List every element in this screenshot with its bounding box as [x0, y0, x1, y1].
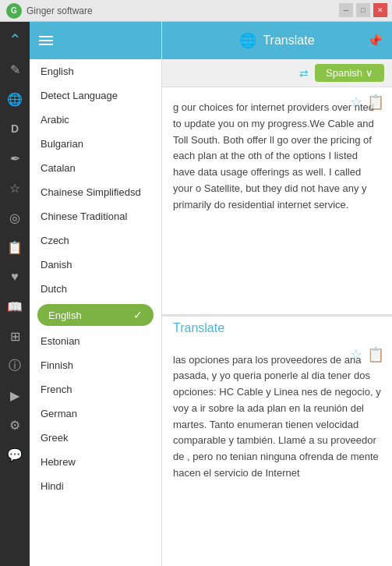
lang-item-french[interactable]: French	[30, 377, 161, 402]
edit-icon[interactable]: ✎	[0, 55, 30, 84]
sidebar: ⌃ ✎ 🌐 D ✒ ☆ ◎ 📋 ♥ 📖 ⊞ ⓘ ▶ ⚙ 💬	[0, 22, 30, 566]
lang-item-hebrew[interactable]: Hebrew	[30, 450, 161, 474]
translate-section-label: Translate	[173, 321, 224, 334]
dropdown-arrow-icon: ∨	[366, 67, 373, 79]
lang-item-catalan[interactable]: Catalan	[30, 156, 161, 180]
lang-item-chinese-traditional[interactable]: Chinese Traditional	[30, 204, 161, 228]
minimize-button[interactable]: ─	[339, 3, 353, 17]
source-star-icon[interactable]: ☆	[350, 94, 362, 111]
translated-star-icon[interactable]: ☆	[350, 346, 362, 363]
translated-copy-icon[interactable]: 📋	[367, 346, 384, 363]
lang-item-arabic[interactable]: Arabic	[30, 108, 161, 132]
close-button[interactable]: ✕	[373, 3, 387, 17]
lang-item-english-selected[interactable]: English	[37, 304, 154, 326]
app-name: Ginger software	[26, 5, 93, 16]
source-panel-actions: ☆ 📋	[350, 94, 384, 111]
app-logo: G	[6, 3, 22, 19]
lang-item-danish[interactable]: Danish	[30, 253, 161, 277]
pen-icon[interactable]: ✒	[0, 143, 30, 173]
star-icon[interactable]: ☆	[0, 173, 30, 203]
heart-icon[interactable]: ♥	[0, 262, 30, 292]
lang-item-chainese-simplified[interactable]: Chainese Simplifiedsd	[30, 180, 161, 204]
translated-text-content: las opciones para los proveedores de ana…	[173, 352, 381, 482]
hamburger-menu[interactable]	[39, 36, 53, 45]
arrow-up-icon[interactable]: ⌃	[0, 25, 30, 55]
eraser-icon[interactable]: ◎	[0, 203, 30, 232]
title-bar: G Ginger software ─ □ ✕	[0, 0, 392, 22]
maximize-button[interactable]: □	[356, 3, 370, 17]
language-dropdown-panel: English Detect Language Arabic Bulgarian…	[30, 22, 162, 566]
target-language-button[interactable]: Spanish ∨	[315, 64, 384, 82]
translate-label-section: Translate	[162, 315, 392, 340]
lang-item-hindi[interactable]: Hindi	[30, 474, 161, 498]
pin-icon[interactable]: 📌	[367, 34, 383, 48]
app-body: ⌃ ✎ 🌐 D ✒ ☆ ◎ 📋 ♥ 📖 ⊞ ⓘ ▶ ⚙ 💬 English De…	[0, 22, 392, 566]
document-icon[interactable]: D	[0, 114, 30, 143]
globe-header-icon: 🌐	[239, 32, 256, 49]
translate-header-label: Translate	[263, 34, 314, 48]
lang-item-german[interactable]: German	[30, 402, 161, 426]
swap-languages-icon[interactable]: ⇄	[299, 67, 309, 80]
window-controls[interactable]: ─ □ ✕	[339, 3, 387, 17]
lang-item-bulgarian[interactable]: Bulgarian	[30, 132, 161, 156]
translated-text-panel: ☆ 📋 las opciones para los proveedores de…	[162, 340, 392, 567]
grid-icon[interactable]: ⊞	[0, 321, 30, 351]
language-list: English Detect Language Arabic Bulgarian…	[30, 59, 161, 566]
lang-item-czech[interactable]: Czech	[30, 228, 161, 253]
source-text-panel: ☆ 📋 g our choices for internet providers…	[162, 87, 392, 315]
settings-icon[interactable]: ⚙	[0, 410, 30, 440]
book-icon[interactable]: 📖	[0, 292, 30, 321]
lang-item-greek[interactable]: Greek	[30, 426, 161, 450]
translate-header: 🌐 Translate 📌	[162, 22, 392, 59]
lang-item-dutch[interactable]: Dutch	[30, 277, 161, 301]
clipboard-icon[interactable]: 📋	[0, 232, 30, 262]
content-area: 🌐 Translate 📌 ⇄ Spanish ∨ ☆ 📋 g our choi…	[162, 22, 392, 566]
lang-item-detect[interactable]: Detect Language	[30, 83, 161, 108]
info-icon[interactable]: ⓘ	[0, 351, 30, 380]
globe-icon[interactable]: 🌐	[0, 84, 30, 114]
translated-panel-actions: ☆ 📋	[350, 346, 384, 363]
play-icon[interactable]: ▶	[0, 380, 30, 410]
chat-icon[interactable]: 💬	[0, 440, 30, 469]
lang-item-english-first[interactable]: English	[30, 59, 161, 83]
dropdown-header	[30, 22, 161, 59]
lang-item-finnish[interactable]: Finnish	[30, 353, 161, 377]
source-text-content: g our choices for internet providers ove…	[173, 100, 381, 214]
source-copy-icon[interactable]: 📋	[367, 94, 384, 111]
lang-selector-bar: ⇄ Spanish ∨	[162, 59, 392, 87]
lang-item-estonian[interactable]: Estonian	[30, 329, 161, 353]
